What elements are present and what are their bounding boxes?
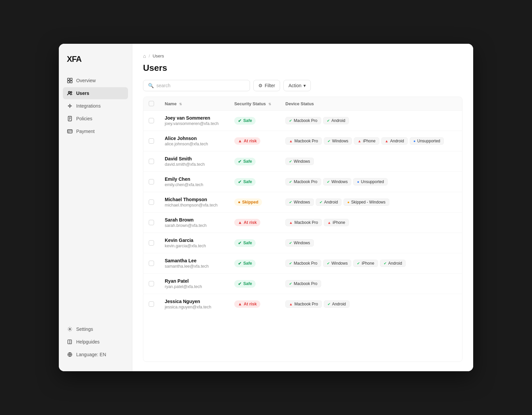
row-checkbox[interactable]: [149, 281, 154, 286]
device-badges: ✔Macbook Pro✔Android: [285, 117, 457, 124]
device-badge: ▲iPhone: [324, 219, 349, 226]
user-email: michael.thompson@xfa.tech: [165, 203, 224, 208]
device-safe-icon: ✔: [289, 241, 292, 245]
svg-point-4: [69, 92, 70, 93]
row-checkbox[interactable]: [149, 159, 154, 164]
table-row: Kevin Garcia kevin.garcia@xfa.tech ✔ Saf…: [143, 233, 462, 253]
search-input[interactable]: [156, 83, 245, 88]
row-checkbox-cell: [143, 274, 159, 294]
user-email: ryan.patel@xfa.tech: [165, 284, 224, 289]
device-label: Macbook Pro: [294, 281, 317, 286]
row-checkbox-cell: [143, 253, 159, 274]
row-checkbox-cell: [143, 172, 159, 192]
row-checkbox[interactable]: [149, 138, 154, 144]
user-name-cell: Alice Johnson alice.johnson@xfa.tech: [159, 131, 229, 151]
device-badge: ✔Macbook Pro: [285, 280, 321, 287]
row-checkbox[interactable]: [149, 261, 154, 266]
svg-point-5: [71, 92, 72, 93]
device-risk-icon: ▲: [289, 221, 293, 225]
sidebar-item-integrations[interactable]: Integrations: [63, 100, 128, 112]
security-status-cell: ● Skipped: [229, 192, 280, 213]
security-status-cell: ✔ Safe: [229, 253, 280, 274]
device-skipped-icon: ●: [347, 200, 350, 204]
filter-button[interactable]: ⚙ Filter: [253, 80, 280, 91]
device-status-cell: ✔Windows: [280, 233, 462, 253]
row-checkbox[interactable]: [149, 301, 154, 307]
device-status-cell: ✔Macbook Pro✔Windows✔iPhone✔Android: [280, 253, 462, 274]
device-badge: ✔Windows: [323, 260, 352, 267]
home-icon[interactable]: ⌂: [143, 53, 146, 59]
breadcrumb-separator: /: [149, 53, 150, 58]
security-status-cell: ✔ Safe: [229, 172, 280, 192]
device-unsupported-icon: ●: [413, 139, 416, 143]
row-checkbox-cell: [143, 192, 159, 213]
device-safe-icon: ✔: [289, 119, 292, 123]
device-status-cell: ▲Macbook Pro▲iPhone: [280, 213, 462, 233]
sidebar-item-policies[interactable]: Policies: [63, 113, 128, 125]
device-risk-icon: ▲: [385, 139, 389, 143]
status-dot: ✔: [238, 159, 242, 164]
select-all-header[interactable]: [143, 97, 159, 111]
device-badges: ✔Macbook Pro✔Windows✔iPhone✔Android: [285, 260, 457, 267]
device-badges: ✔Macbook Pro✔Windows●Unsupported: [285, 178, 457, 185]
breadcrumb: ⌂ / Users: [143, 53, 462, 59]
device-safe-icon: ✔: [289, 200, 292, 204]
row-checkbox-cell: [143, 111, 159, 131]
device-badge: ●Unsupported: [410, 137, 444, 145]
nav-section: Overview Users: [59, 75, 132, 323]
table-row: Emily Chen emily.chen@xfa.tech ✔ Safe✔Ma…: [143, 172, 462, 192]
device-status-cell: ▲Macbook Pro✔Android: [280, 294, 462, 314]
row-checkbox[interactable]: [149, 199, 154, 205]
row-checkbox[interactable]: [149, 179, 154, 184]
row-checkbox[interactable]: [149, 220, 154, 225]
sidebar-item-helpguides[interactable]: Helpguides: [63, 336, 128, 348]
settings-icon: [67, 326, 73, 332]
device-badge: ▲Macbook Pro: [285, 300, 322, 308]
device-label: Windows: [294, 241, 310, 245]
device-label: iPhone: [363, 139, 375, 143]
sidebar-item-overview[interactable]: Overview: [63, 75, 128, 87]
device-label: Windows: [294, 200, 310, 204]
users-icon: [67, 90, 73, 96]
security-status-cell: ▲ At risk: [229, 131, 280, 151]
device-safe-icon: ✔: [384, 261, 387, 266]
user-name: Alice Johnson: [165, 136, 224, 141]
select-all-checkbox[interactable]: [149, 101, 154, 106]
table-row: Jessica Nguyen jessica.nguyen@xfa.tech ▲…: [143, 294, 462, 314]
device-risk-icon: ▲: [289, 302, 293, 306]
col-name[interactable]: Name ⇅: [159, 97, 229, 111]
device-safe-icon: ✔: [289, 282, 292, 286]
action-button[interactable]: Action ▾: [283, 80, 311, 91]
device-status-cell: ✔Macbook Pro: [280, 274, 462, 294]
device-badge: ✔Macbook Pro: [285, 260, 321, 267]
sidebar-item-language[interactable]: Language: EN: [63, 349, 128, 361]
sidebar-item-payment[interactable]: Payment: [63, 125, 128, 137]
status-badge: ✔ Safe: [234, 239, 256, 247]
row-checkbox[interactable]: [149, 118, 154, 123]
status-badge: ✔ Safe: [234, 280, 256, 288]
device-badges: ▲Macbook Pro✔Android: [285, 300, 457, 308]
user-name: David Smith: [165, 156, 224, 161]
device-badges: ✔Windows✔Android●Skipped - Windows: [285, 198, 457, 206]
status-dot: ✔: [238, 281, 242, 286]
search-box[interactable]: 🔍: [143, 80, 250, 91]
device-badge: ▲Macbook Pro: [285, 137, 322, 145]
col-security-status[interactable]: Security Status ⇅: [229, 97, 280, 111]
sidebar-item-settings[interactable]: Settings: [63, 323, 128, 335]
user-name: Michael Thompson: [165, 197, 224, 202]
device-badges: ▲Macbook Pro▲iPhone: [285, 219, 457, 226]
sidebar-item-label: Integrations: [76, 103, 101, 109]
breadcrumb-current: Users: [153, 53, 164, 58]
status-dot: ✔: [238, 118, 242, 123]
sidebar: XFA Overview: [59, 44, 132, 371]
svg-point-6: [69, 105, 71, 107]
device-badge: ✔Windows: [323, 178, 352, 185]
device-badge: ✔Android: [316, 198, 342, 206]
sidebar-item-users[interactable]: Users: [63, 87, 128, 99]
status-dot: ✔: [238, 241, 242, 246]
status-dot: ●: [238, 200, 241, 204]
device-status-cell: ✔Macbook Pro✔Windows●Unsupported: [280, 172, 462, 192]
sidebar-item-label: Users: [76, 91, 89, 96]
device-safe-icon: ✔: [327, 261, 330, 266]
row-checkbox[interactable]: [149, 240, 154, 246]
